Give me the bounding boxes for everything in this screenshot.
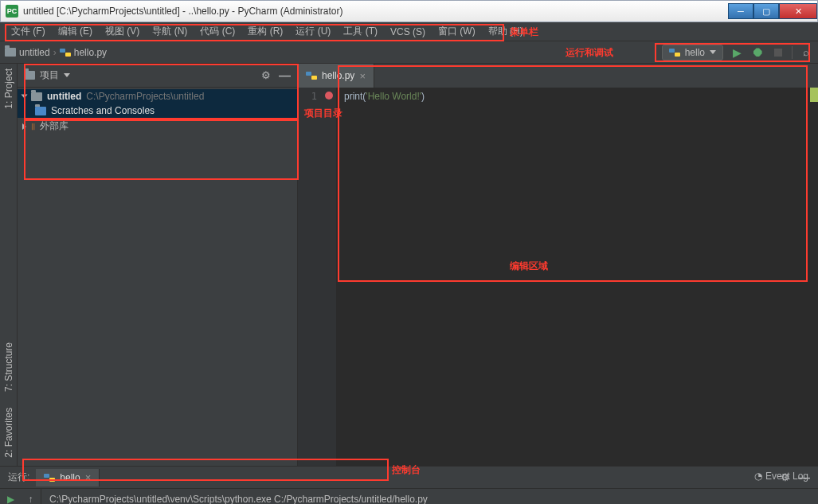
toolbar: untitled › hello.py hello ▶ ⯃ ⌕ xyxy=(0,41,818,64)
python-icon xyxy=(60,47,71,58)
window-title: untitled [C:\PycharmProjects\untitled] -… xyxy=(23,6,342,17)
event-log-button[interactable]: ◔ Event Log xyxy=(754,471,808,482)
breadcrumb: untitled › hello.py xyxy=(5,47,107,58)
tree-external-label: 外部库 xyxy=(40,119,68,133)
project-tree: untitled C:\PycharmProjects\untitled Scr… xyxy=(18,88,297,136)
code-editor[interactable]: 1 print('Hello World!') xyxy=(298,88,818,466)
run-controls: hello ▶ ⯃ ⌕ xyxy=(662,45,813,61)
close-tab-icon[interactable]: × xyxy=(85,471,92,483)
stop-button[interactable] xyxy=(771,45,785,60)
breadcrumb-project[interactable]: untitled xyxy=(5,47,50,58)
menu-tools[interactable]: 工具 (T) xyxy=(337,22,384,41)
event-log-label: Event Log xyxy=(765,471,808,482)
run-panel-left-toolbar: ▶ ⇅ 📌 xyxy=(0,489,21,504)
chevron-right-icon: › xyxy=(53,47,57,58)
search-button[interactable]: ⌕ xyxy=(799,45,813,60)
gear-icon[interactable]: ⚙ xyxy=(261,69,271,81)
folder-icon xyxy=(5,48,16,57)
run-panel-tab[interactable]: hello × xyxy=(36,469,100,486)
menu-help[interactable]: 帮助 (H) xyxy=(482,22,530,41)
run-panel-tab-label: hello xyxy=(60,472,80,483)
project-pane: 项目 ⚙ — untitled C:\PycharmProjects\untit… xyxy=(18,64,298,466)
folder-icon xyxy=(24,71,35,80)
tree-root-label: untitled xyxy=(47,91,81,102)
breakpoint-icon[interactable] xyxy=(325,92,333,100)
tree-root-path: C:\PycharmProjects\untitled xyxy=(86,91,204,102)
tree-root[interactable]: untitled C:\PycharmProjects\untitled xyxy=(18,89,297,104)
close-tab-icon[interactable]: × xyxy=(359,70,366,82)
event-log-icon: ◔ xyxy=(754,471,762,482)
folder-icon xyxy=(31,92,42,101)
minimize-pane-icon[interactable]: — xyxy=(279,68,291,82)
close-button[interactable]: ✕ xyxy=(779,3,817,19)
editor-tabbar: hello.py × xyxy=(298,64,818,88)
menu-edit[interactable]: 编辑 (E) xyxy=(52,22,99,41)
chevron-down-icon xyxy=(64,73,70,77)
minimize-button[interactable]: ─ xyxy=(728,3,753,19)
tree-scratches-label: Scratches and Consoles xyxy=(51,105,155,116)
library-icon: ⫴ xyxy=(31,121,35,132)
gutter-project[interactable]: 1: Project xyxy=(3,68,14,109)
window-titlebar: PC untitled [C:\PycharmProjects\untitled… xyxy=(0,0,818,22)
breadcrumb-project-label: untitled xyxy=(19,47,50,58)
menu-code[interactable]: 代码 (C) xyxy=(194,22,241,41)
up-button[interactable]: ↑ xyxy=(29,494,33,504)
console-output[interactable]: C:\PycharmProjects\untitled\venv\Scripts… xyxy=(41,489,818,504)
menu-refactor[interactable]: 重构 (R) xyxy=(241,22,289,41)
app-icon: PC xyxy=(6,5,18,18)
run-panel-body: ▶ ⇅ 📌 ↑ ↓ ↩ 🖶 C:\PycharmProjects\untitle… xyxy=(0,489,818,504)
folder-icon xyxy=(35,107,46,115)
run-panel-title: 运行: xyxy=(8,471,29,484)
tree-external[interactable]: ⫴ 外部库 xyxy=(18,118,297,135)
console-line: C:\PycharmProjects\untitled\venv\Scripts… xyxy=(49,494,810,504)
expand-icon xyxy=(22,95,28,99)
line-number: 1 xyxy=(298,88,322,466)
code-token: ) xyxy=(421,91,425,102)
tree-scratches[interactable]: Scratches and Consoles xyxy=(18,104,297,118)
run-panel-left-toolbar-2: ↑ ↓ ↩ 🖶 xyxy=(21,489,41,504)
window-controls: ─ ▢ ✕ xyxy=(728,3,817,19)
python-icon xyxy=(44,472,55,483)
main-area: 1: Project 7: Structure 2: Favorites 项目 … xyxy=(0,64,818,466)
menu-file[interactable]: 文件 (F) xyxy=(5,22,52,41)
stop-icon xyxy=(774,49,782,57)
menu-navigate[interactable]: 导航 (N) xyxy=(146,22,194,41)
breadcrumb-file[interactable]: hello.py xyxy=(60,47,107,58)
expand-icon xyxy=(22,123,26,130)
editor-tab-hello[interactable]: hello.py × xyxy=(298,64,374,88)
code-token: 'Hello World!' xyxy=(366,91,421,102)
menu-vcs[interactable]: VCS (S) xyxy=(384,24,432,40)
editor-area: hello.py × 1 print('Hello World!') xyxy=(298,64,818,466)
debug-button[interactable]: ⯃ xyxy=(750,45,765,60)
chevron-down-icon xyxy=(710,50,716,54)
gutter-favorites[interactable]: 2: Favorites xyxy=(3,408,14,458)
rerun-button[interactable]: ▶ xyxy=(7,494,14,504)
maximize-button[interactable]: ▢ xyxy=(753,3,779,19)
gutter-structure[interactable]: 7: Structure xyxy=(3,342,14,392)
project-pane-title-label: 项目 xyxy=(40,68,59,82)
project-pane-header: 项目 ⚙ — xyxy=(18,64,297,88)
left-gutter: 1: Project 7: Structure 2: Favorites xyxy=(0,64,18,466)
menubar: 文件 (F) 编辑 (E) 视图 (V) 导航 (N) 代码 (C) 重构 (R… xyxy=(0,22,818,41)
breadcrumb-file-label: hello.py xyxy=(74,47,107,58)
menu-view[interactable]: 视图 (V) xyxy=(99,22,146,41)
run-panel: 运行: hello × ⚙ — ▶ ⇅ 📌 ↑ ↓ ↩ 🖶 C:\Pycharm… xyxy=(0,466,818,504)
code-token: print xyxy=(344,91,362,102)
code-analysis-marker xyxy=(810,88,818,102)
menu-run[interactable]: 运行 (U) xyxy=(289,22,337,41)
menu-window[interactable]: 窗口 (W) xyxy=(432,22,482,41)
run-button[interactable]: ▶ xyxy=(730,45,744,60)
python-icon xyxy=(669,47,680,58)
run-config-dropdown[interactable]: hello xyxy=(662,45,723,61)
project-pane-title[interactable]: 项目 xyxy=(24,68,70,82)
run-panel-header: 运行: hello × ⚙ — xyxy=(0,467,818,489)
code-line[interactable]: print('Hello World!') xyxy=(336,88,818,105)
run-config-label: hello xyxy=(685,47,705,58)
editor-tab-label: hello.py xyxy=(322,70,354,81)
python-icon xyxy=(306,70,317,81)
